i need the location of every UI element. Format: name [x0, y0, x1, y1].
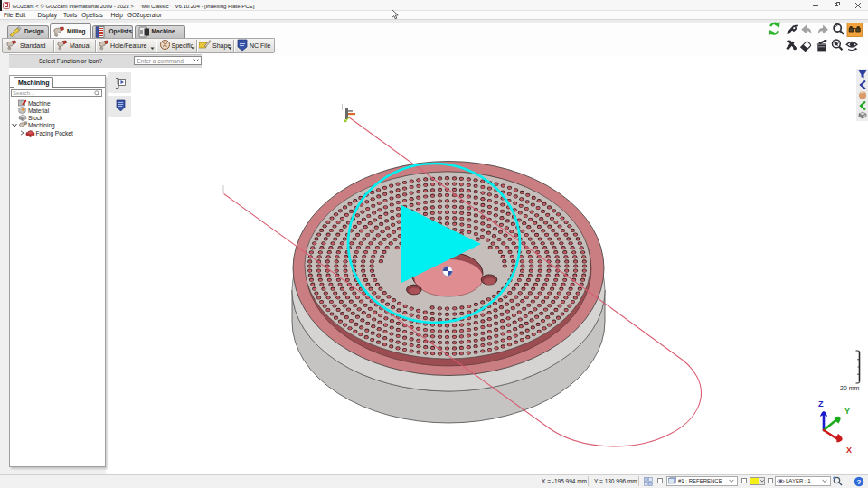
- svg-text:20 mm: 20 mm: [840, 385, 860, 391]
- svg-text:?: ?: [857, 477, 862, 485]
- svg-text:X: X: [846, 446, 852, 455]
- svg-text:Y: Y: [844, 407, 850, 416]
- svg-text:Z: Z: [818, 399, 824, 408]
